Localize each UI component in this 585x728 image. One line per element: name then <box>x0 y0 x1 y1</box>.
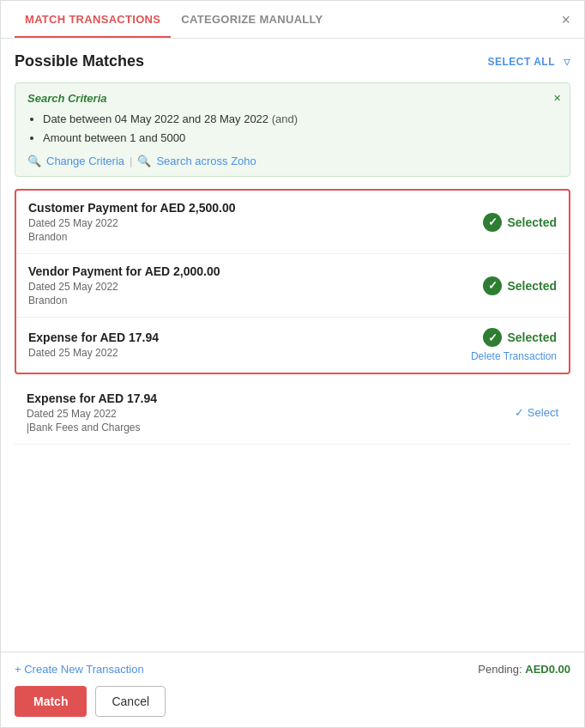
title-actions: SELECT ALL ▿ <box>487 53 570 70</box>
list-item: Expense for AED 17.94 Dated 25 May 2022 … <box>15 381 570 445</box>
select-all-button[interactable]: SELECT ALL <box>487 56 555 68</box>
tab-match-transactions[interactable]: MATCH TRANSACTIONS <box>15 1 171 38</box>
close-button[interactable]: × <box>561 12 570 27</box>
transaction-action-2: ✓ Selected <box>483 276 557 295</box>
criteria-item-date: Date between 04 May 2022 and 28 May 2022… <box>43 110 558 129</box>
unselected-action-1: ✓ Select <box>515 406 558 419</box>
search-zoho-link[interactable]: Search across Zoho <box>156 155 256 167</box>
separator: | <box>130 155 132 167</box>
change-criteria-link[interactable]: Change Criteria <box>46 155 124 167</box>
transaction-name-2: Vendor Payment for AED 2,000.00 <box>28 264 220 278</box>
transaction-date-2: Dated 25 May 2022 <box>28 281 220 293</box>
footer: + Create New Transaction Pending: AED0.0… <box>1 652 584 727</box>
transaction-info-2: Vendor Payment for AED 2,000.00 Dated 25… <box>28 264 220 306</box>
search-icon: 🔍 <box>27 155 41 167</box>
check-circle-icon-1: ✓ <box>483 213 502 232</box>
unselected-name-1: Expense for AED 17.94 <box>27 391 157 405</box>
checkmark-icon: ✓ <box>515 406 524 419</box>
title-row: Possible Matches SELECT ALL ▿ <box>15 52 570 70</box>
check-circle-icon-3: ✓ <box>483 328 502 347</box>
match-button[interactable]: Match <box>15 686 87 717</box>
transaction-info-3: Expense for AED 17.94 Dated 25 May 2022 <box>28 331 159 361</box>
transaction-meta-2: Brandon <box>28 294 220 306</box>
pending-amount: AED0.00 <box>525 663 570 676</box>
criteria-close-button[interactable]: × <box>553 90 561 105</box>
selected-label-3: Selected <box>507 331 557 344</box>
criteria-item-amount: Amount between 1 and 5000 <box>43 129 558 148</box>
transaction-meta-1: Brandon <box>28 231 235 243</box>
criteria-links: 🔍 Change Criteria | 🔍 Search across Zoho <box>27 155 558 167</box>
delete-transaction-button[interactable]: Delete Transaction <box>471 350 557 362</box>
selected-label-1: Selected <box>507 215 557 229</box>
criteria-list: Date between 04 May 2022 and 28 May 2022… <box>27 110 558 148</box>
transaction-name-3: Expense for AED 17.94 <box>28 331 159 344</box>
transaction-date-1: Dated 25 May 2022 <box>28 217 235 229</box>
unselected-meta-1: |Bank Fees and Charges <box>27 422 157 434</box>
footer-top: + Create New Transaction Pending: AED0.0… <box>15 663 570 676</box>
unselected-date-1: Dated 25 May 2022 <box>27 408 157 420</box>
selected-badge-2[interactable]: ✓ Selected <box>483 276 557 295</box>
footer-buttons: Match Cancel <box>15 686 570 717</box>
select-button-1[interactable]: ✓ Select <box>515 406 558 419</box>
search-zoho-icon: 🔍 <box>137 155 151 167</box>
table-row: Expense for AED 17.94 Dated 25 May 2022 … <box>16 318 569 373</box>
create-new-transaction-button[interactable]: + Create New Transaction <box>15 663 144 676</box>
selected-transactions-box: Customer Payment for AED 2,500.00 Dated … <box>15 189 570 374</box>
pending-label: Pending: <box>478 663 522 676</box>
transaction-info-1: Customer Payment for AED 2,500.00 Dated … <box>28 201 235 243</box>
criteria-title: Search Criteria <box>27 92 558 105</box>
transaction-date-3: Dated 25 May 2022 <box>28 347 159 359</box>
selected-badge-3[interactable]: ✓ Selected <box>483 328 557 347</box>
table-row: Customer Payment for AED 2,500.00 Dated … <box>16 191 569 254</box>
tab-categorize-manually[interactable]: CATEGORIZE MANUALLY <box>171 1 333 38</box>
main-content: Possible Matches SELECT ALL ▿ Search Cri… <box>1 39 584 445</box>
tab-bar: MATCH TRANSACTIONS CATEGORIZE MANUALLY × <box>1 1 584 39</box>
select-label-1: Select <box>528 406 558 419</box>
pending-text: Pending: AED0.00 <box>478 663 570 676</box>
selected-badge-1[interactable]: ✓ Selected <box>483 213 557 232</box>
filter-icon[interactable]: ▿ <box>564 53 570 70</box>
transaction-action-1: ✓ Selected <box>483 213 557 232</box>
transaction-name-1: Customer Payment for AED 2,500.00 <box>28 201 235 215</box>
table-row: Vendor Payment for AED 2,000.00 Dated 25… <box>16 254 569 318</box>
cancel-button[interactable]: Cancel <box>95 686 166 717</box>
unselected-info-1: Expense for AED 17.94 Dated 25 May 2022 … <box>27 391 157 434</box>
selected-label-2: Selected <box>507 279 557 293</box>
page-title: Possible Matches <box>15 52 144 70</box>
check-circle-icon-2: ✓ <box>483 276 502 295</box>
transaction-action-3: ✓ Selected Delete Transaction <box>471 328 557 362</box>
search-criteria-box: Search Criteria Date between 04 May 2022… <box>15 82 570 177</box>
